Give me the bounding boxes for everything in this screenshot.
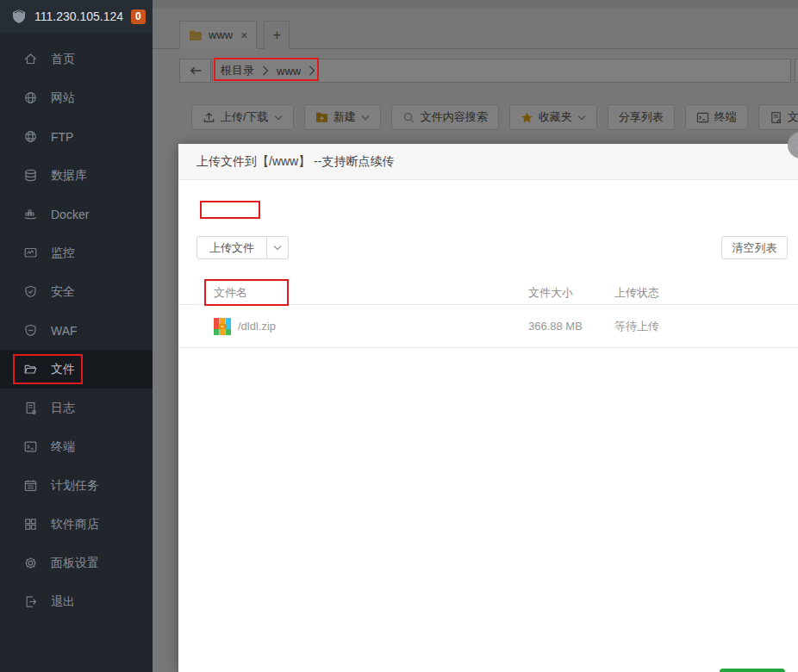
message-count-badge: 0 — [131, 9, 146, 24]
sidebar: 111.230.105.124 0 首页 网站 FTP 数据库 Docker 监… — [0, 0, 153, 672]
sidebar-item-label: 计划任务 — [51, 478, 99, 494]
zip-file-icon — [214, 318, 231, 335]
folder-icon — [23, 362, 38, 376]
docker-icon — [23, 207, 38, 221]
sidebar-item-settings[interactable]: 面板设置 — [0, 544, 153, 582]
sidebar-item-label: 数据库 — [51, 168, 87, 184]
gear-icon — [23, 556, 38, 570]
sidebar-item-ftp[interactable]: FTP — [0, 117, 153, 156]
server-ip: 111.230.105.124 — [34, 9, 123, 23]
panel-shield-icon — [11, 9, 27, 24]
server-header: 111.230.105.124 0 — [0, 0, 153, 33]
upload-modal: 上传文件到【/www】 --支持断点续传 ✕ 上传文件 清空列表 文件名 文件大… — [178, 144, 798, 672]
sidebar-item-website[interactable]: 网站 — [0, 78, 153, 117]
home-icon — [23, 52, 38, 66]
sidebar-item-database[interactable]: 数据库 — [0, 156, 153, 195]
sidebar-item-label: 终端 — [51, 439, 75, 455]
monitor-chart-icon — [23, 246, 38, 260]
sidebar-item-label: 日志 — [51, 401, 75, 416]
sidebar-item-cron[interactable]: 计划任务 — [0, 466, 153, 505]
logout-icon — [23, 594, 38, 609]
chevron-down-icon — [273, 245, 282, 251]
file-size-cell: 366.88 MB — [528, 320, 614, 333]
upload-file-button[interactable]: 上传文件 — [196, 236, 267, 259]
upload-file-split-button: 上传文件 — [196, 236, 289, 259]
file-status-cell: 等待上传 — [614, 319, 798, 334]
log-file-icon — [23, 401, 38, 415]
sidebar-item-label: 文件 — [51, 362, 75, 377]
sidebar-item-logout[interactable]: 退出 — [0, 582, 153, 621]
clear-list-button[interactable]: 清空列表 — [721, 236, 788, 259]
upload-file-table: 文件名 文件大小 上传状态 /dldl.zip 366.88 MB 等待上传 — [178, 282, 798, 348]
sidebar-item-label: 网站 — [51, 90, 75, 106]
sidebar-item-waf[interactable]: WAF — [0, 311, 153, 350]
column-header-status: 上传状态 — [614, 285, 798, 301]
sidebar-item-label: FTP — [51, 130, 73, 144]
sidebar-item-docker[interactable]: Docker — [0, 195, 153, 233]
sidebar-item-label: WAF — [51, 324, 78, 338]
sidebar-menu: 首页 网站 FTP 数据库 Docker 监控 安全 WAF — [0, 33, 153, 621]
shield-icon — [23, 323, 38, 338]
modal-header: 上传文件到【/www】 --支持断点续传 — [178, 144, 798, 180]
shield-check-icon — [23, 284, 38, 299]
database-icon — [23, 168, 38, 183]
file-name-cell: /dldl.zip — [214, 318, 528, 335]
sidebar-item-label: Docker — [51, 208, 89, 221]
start-upload-button[interactable]: 开始上传 — [720, 669, 785, 672]
table-row: /dldl.zip 366.88 MB 等待上传 — [178, 305, 798, 348]
column-header-filename: 文件名 — [214, 285, 528, 301]
table-header-row: 文件名 文件大小 上传状态 — [178, 282, 798, 305]
sidebar-item-files[interactable]: 文件 — [0, 350, 153, 389]
file-name-text: /dldl.zip — [238, 320, 276, 333]
sidebar-item-label: 安全 — [51, 284, 75, 300]
sidebar-item-logs[interactable]: 日志 — [0, 389, 153, 427]
sidebar-item-label: 退出 — [51, 594, 75, 610]
sidebar-item-monitor[interactable]: 监控 — [0, 233, 153, 272]
terminal-icon — [23, 439, 38, 454]
sidebar-item-appstore[interactable]: 软件商店 — [0, 505, 153, 544]
sidebar-item-label: 监控 — [51, 246, 75, 261]
sidebar-item-label: 软件商店 — [51, 517, 99, 532]
grid-icon — [23, 517, 38, 532]
sidebar-item-label: 面板设置 — [51, 556, 99, 571]
ftp-globe-icon — [23, 129, 38, 144]
sidebar-item-home[interactable]: 首页 — [0, 40, 153, 78]
column-header-filesize: 文件大小 — [528, 285, 614, 301]
globe-icon — [23, 90, 38, 105]
upload-file-dropdown-button[interactable] — [267, 236, 289, 259]
calendar-icon — [23, 478, 38, 493]
sidebar-item-security[interactable]: 安全 — [0, 272, 153, 311]
sidebar-item-terminal[interactable]: 终端 — [0, 427, 153, 466]
sidebar-item-label: 首页 — [51, 52, 75, 67]
modal-title: 上传文件到【/www】 --支持断点续传 — [196, 154, 394, 170]
